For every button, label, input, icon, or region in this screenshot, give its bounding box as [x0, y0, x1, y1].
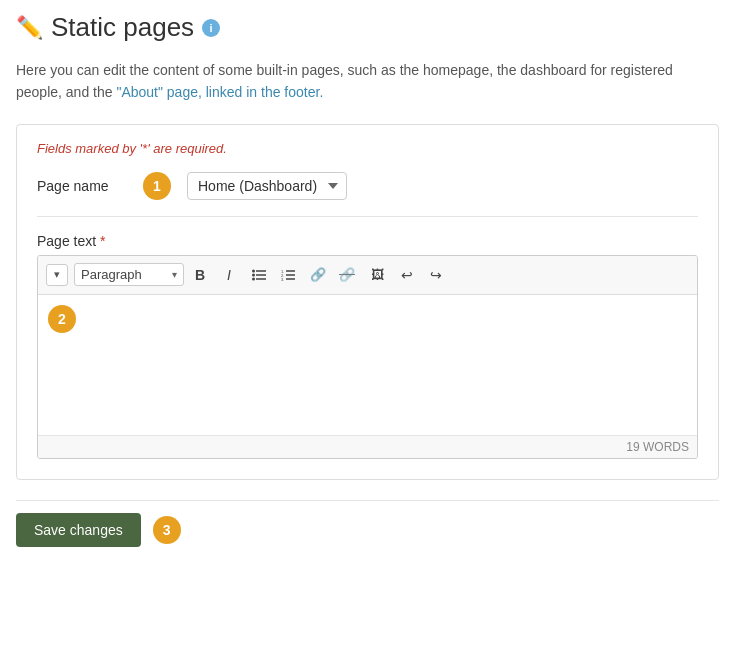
undo-button[interactable]: ↩ [393, 262, 421, 288]
history-group: ↩ ↪ [393, 262, 450, 288]
editor-toolbar: ▾ Paragraph ▾ B I [38, 256, 697, 295]
editor-body[interactable]: 2 [38, 295, 697, 435]
editor-container: ▾ Paragraph ▾ B I [37, 255, 698, 459]
page-title: Static pages [51, 12, 194, 43]
bold-button[interactable]: B [186, 262, 214, 288]
svg-rect-3 [256, 274, 266, 276]
unordered-list-icon [252, 269, 266, 281]
page-name-label: Page name [37, 178, 127, 194]
editor-footer: 19 WORDS [38, 435, 697, 458]
page-header: ✏️ Static pages i [16, 12, 719, 43]
ordered-list-icon: 1. 2. 3. [281, 269, 295, 281]
redo-button[interactable]: ↪ [422, 262, 450, 288]
required-star: * [100, 233, 105, 249]
page-description: Here you can edit the content of some bu… [16, 59, 719, 104]
page-name-select[interactable]: Home (Dashboard) About Contact [187, 172, 347, 200]
step-3-badge: 3 [153, 516, 181, 544]
pencil-icon: ✏️ [16, 15, 43, 41]
list-group: 1. 2. 3. [245, 262, 302, 288]
step-1-badge: 1 [143, 172, 171, 200]
svg-point-4 [252, 277, 255, 280]
save-changes-button[interactable]: Save changes [16, 513, 141, 547]
image-button[interactable]: 🖼 [363, 262, 391, 288]
paragraph-chevron-icon: ▾ [172, 269, 177, 280]
svg-point-0 [252, 269, 255, 272]
info-icon[interactable]: i [202, 19, 220, 37]
save-area: Save changes 3 [16, 500, 719, 551]
text-format-group: B I [186, 262, 243, 288]
svg-rect-9 [286, 274, 295, 276]
svg-rect-11 [286, 278, 295, 280]
paragraph-select[interactable]: Paragraph ▾ [74, 263, 184, 286]
svg-point-2 [252, 273, 255, 276]
unordered-list-button[interactable] [245, 262, 273, 288]
link-button[interactable]: 🔗 [304, 262, 332, 288]
unlink-button[interactable]: 🔗 [333, 262, 361, 288]
form-divider [37, 216, 698, 217]
word-count: 19 WORDS [626, 440, 689, 454]
page-text-label-row: Page text * [37, 233, 698, 249]
form-container: Fields marked by '*' are required. Page … [16, 124, 719, 480]
page-name-row: Page name 1 Home (Dashboard) About Conta… [37, 172, 698, 200]
italic-button[interactable]: I [215, 262, 243, 288]
svg-rect-7 [286, 270, 295, 272]
link-group: 🔗 🔗 [304, 262, 361, 288]
svg-rect-1 [256, 270, 266, 272]
svg-text:3.: 3. [281, 276, 284, 281]
toolbar-collapse-button[interactable]: ▾ [46, 264, 68, 286]
svg-rect-5 [256, 278, 266, 280]
step-2-badge: 2 [48, 305, 76, 333]
ordered-list-button[interactable]: 1. 2. 3. [274, 262, 302, 288]
required-notice: Fields marked by '*' are required. [37, 141, 698, 156]
